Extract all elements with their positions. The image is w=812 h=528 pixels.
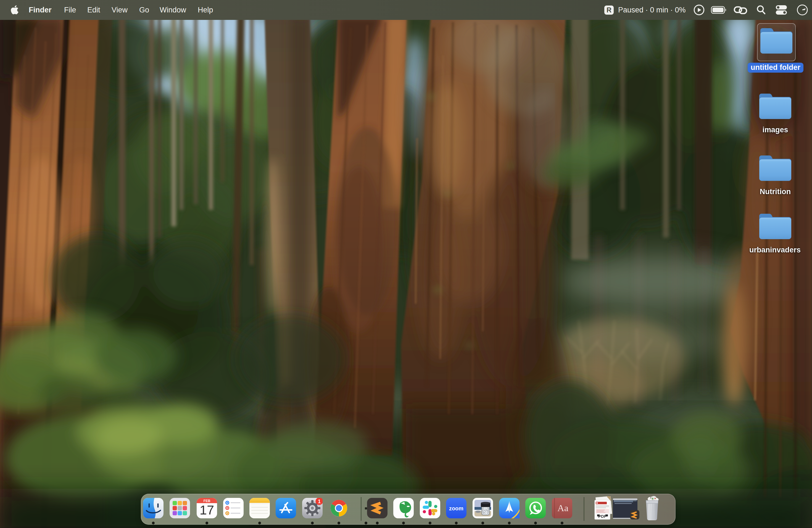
svg-text:Aa: Aa (557, 503, 568, 513)
svg-text:17: 17 (200, 503, 214, 517)
svg-text:1: 1 (318, 499, 321, 504)
svg-text:FEB: FEB (204, 499, 211, 503)
svg-text:zoom: zoom (449, 505, 463, 511)
